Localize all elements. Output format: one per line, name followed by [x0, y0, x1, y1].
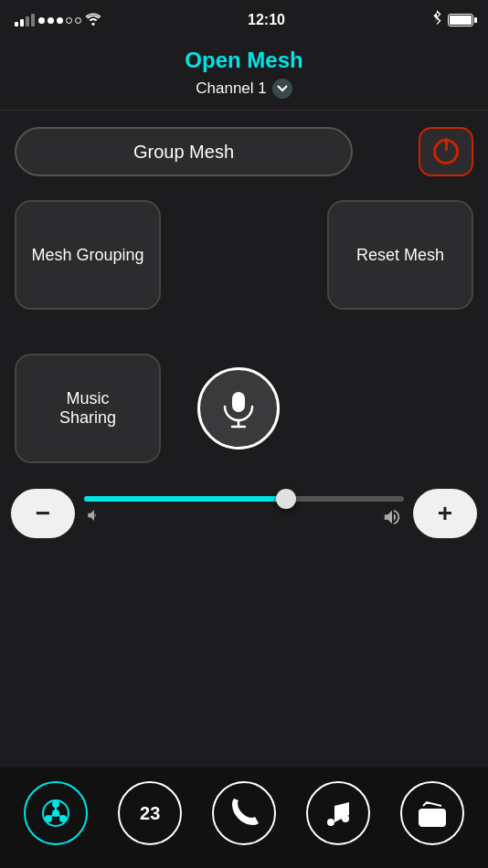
mesh-network-icon: [39, 797, 72, 830]
battery-icon: [448, 14, 473, 26]
volume-slider-fill: [84, 496, 286, 502]
music-note-icon: [322, 797, 355, 830]
svg-point-12: [342, 815, 349, 822]
channel-label: Channel 1: [196, 79, 267, 98]
svg-line-9: [51, 815, 54, 818]
volume-section: − +: [0, 489, 488, 538]
mesh-grouping-button[interactable]: Mesh Grouping: [15, 200, 161, 310]
status-time: 12:10: [248, 12, 285, 28]
volume-down-button[interactable]: −: [11, 489, 75, 538]
volume-slider-thumb[interactable]: [276, 489, 296, 509]
group-mesh-row: Group Mesh: [0, 111, 488, 193]
carrier-dots: [38, 17, 81, 24]
music-sharing-button[interactable]: MusicSharing: [15, 354, 161, 463]
volume-icons-row: [84, 507, 404, 532]
status-bar: 12:10: [0, 0, 488, 40]
channel-dropdown[interactable]: [272, 79, 292, 99]
power-icon: [433, 139, 459, 164]
svg-line-10: [58, 815, 61, 818]
volume-slider-track[interactable]: [84, 496, 404, 502]
nav-item-phone[interactable]: [212, 781, 276, 845]
volume-high-icon: [382, 507, 402, 532]
channel-row[interactable]: Channel 1: [0, 79, 488, 99]
header: Open Mesh Channel 1: [0, 40, 488, 110]
nav-item-radio[interactable]: [400, 781, 464, 845]
nav-item-music[interactable]: [306, 781, 370, 845]
svg-point-11: [327, 819, 334, 826]
status-left: [15, 13, 101, 28]
phone-icon: [228, 797, 260, 830]
reset-mesh-button[interactable]: Reset Mesh: [327, 200, 473, 310]
app-title: Open Mesh: [0, 48, 488, 73]
svg-point-15: [427, 816, 430, 820]
microphone-icon: [218, 388, 259, 429]
bluetooth-icon: [431, 10, 442, 30]
volume-up-button[interactable]: +: [413, 489, 477, 538]
volume-low-icon: [86, 507, 102, 532]
grid-section: Mesh Grouping Reset Mesh: [0, 193, 488, 332]
group-mesh-button[interactable]: Group Mesh: [15, 127, 353, 176]
radio-icon: [416, 797, 449, 830]
status-right: [431, 10, 473, 30]
svg-rect-0: [232, 392, 245, 412]
svg-point-6: [60, 816, 66, 821]
power-button[interactable]: [419, 127, 473, 176]
svg-point-4: [53, 801, 58, 807]
bottom-buttons-section: MusicSharing: [0, 332, 488, 485]
nav-item-mesh[interactable]: [24, 781, 88, 845]
number-23-icon: 23: [140, 803, 160, 824]
signal-icon: [15, 14, 35, 26]
nav-item-number[interactable]: 23: [118, 781, 182, 845]
bottom-nav: 23: [0, 767, 488, 868]
svg-point-5: [46, 816, 51, 821]
microphone-button[interactable]: [197, 367, 280, 450]
wifi-icon: [85, 13, 101, 28]
volume-slider-container: [84, 496, 404, 532]
